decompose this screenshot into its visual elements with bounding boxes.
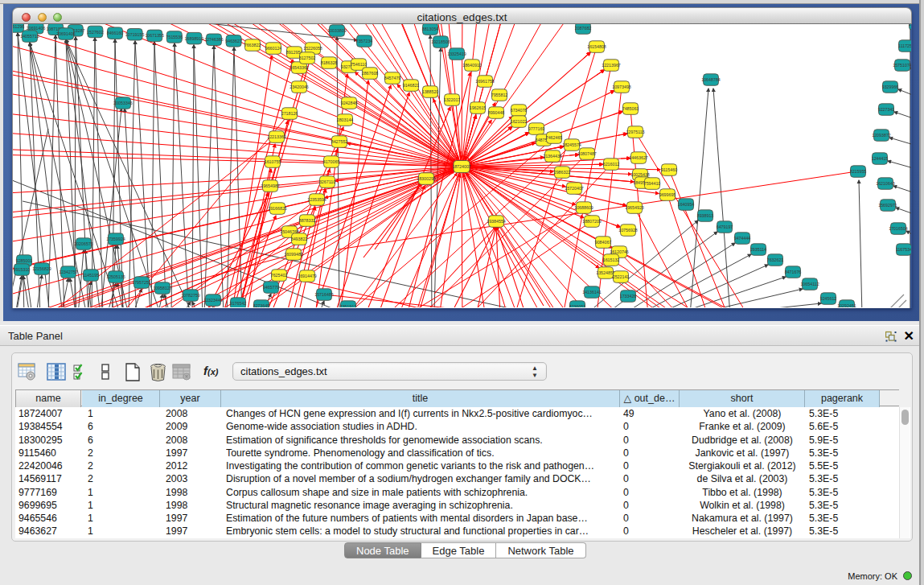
svg-text:8186328: 8186328 <box>321 60 338 65</box>
svg-text:16210643: 16210643 <box>876 181 895 186</box>
svg-text:9660124: 9660124 <box>265 46 282 51</box>
svg-text:6479197: 6479197 <box>717 225 733 229</box>
svg-text:12323446: 12323446 <box>203 298 223 303</box>
svg-text:8813054: 8813054 <box>422 27 439 31</box>
svg-text:8938913: 8938913 <box>697 213 714 218</box>
svg-text:1527602: 1527602 <box>87 30 104 35</box>
svg-text:17957255: 17957255 <box>132 280 151 285</box>
svg-text:16099489: 16099489 <box>284 252 303 257</box>
svg-text:8273645: 8273645 <box>253 303 270 307</box>
svg-text:8466160: 8466160 <box>107 31 124 35</box>
svg-text:15226058: 15226058 <box>303 46 322 51</box>
svg-text:2803144: 2803144 <box>337 117 354 122</box>
svg-text:1610755: 1610755 <box>265 159 281 164</box>
svg-text:7515536: 7515536 <box>166 35 183 39</box>
svg-text:20691406: 20691406 <box>27 26 46 31</box>
svg-text:10654112: 10654112 <box>800 282 819 286</box>
svg-text:12353594: 12353594 <box>307 197 326 202</box>
svg-text:7546110: 7546110 <box>351 62 367 67</box>
svg-text:12342757: 12342757 <box>59 270 78 274</box>
svg-text:9146821: 9146821 <box>403 83 420 88</box>
svg-text:8427552: 8427552 <box>331 139 348 144</box>
svg-text:9465779: 9465779 <box>263 285 280 290</box>
svg-text:15720407: 15720407 <box>565 186 584 191</box>
svg-text:1145195: 1145195 <box>83 273 99 278</box>
svg-text:14136141: 14136141 <box>582 290 602 295</box>
svg-text:12746386: 12746386 <box>204 37 224 42</box>
svg-text:2986322: 2986322 <box>554 170 571 175</box>
svg-text:10973493: 10973493 <box>612 84 631 89</box>
svg-text:2935114: 2935114 <box>750 247 766 252</box>
svg-text:10648784: 10648784 <box>701 77 721 82</box>
svg-text:9463627: 9463627 <box>225 39 242 43</box>
svg-text:9242848: 9242848 <box>341 101 358 105</box>
svg-text:7632621: 7632621 <box>767 257 784 262</box>
svg-text:8215955: 8215955 <box>850 169 867 174</box>
svg-text:16914479: 16914479 <box>298 274 317 278</box>
svg-text:10756928: 10756928 <box>618 228 638 233</box>
svg-text:9329966: 9329966 <box>882 84 899 89</box>
svg-text:12975115: 12975115 <box>626 130 644 134</box>
svg-text:9115460: 9115460 <box>661 167 677 172</box>
svg-text:7625402: 7625402 <box>271 273 288 278</box>
svg-text:7462465: 7462465 <box>546 135 563 140</box>
svg-text:3493822: 3493822 <box>291 237 308 241</box>
svg-text:1640954: 1640954 <box>678 202 695 207</box>
svg-text:8457479: 8457479 <box>384 76 401 80</box>
svg-text:9227341: 9227341 <box>878 107 895 112</box>
svg-text:2522141: 2522141 <box>613 274 630 279</box>
svg-text:19384554: 19384554 <box>487 219 506 224</box>
svg-text:18300295: 18300295 <box>417 176 436 181</box>
svg-text:9084067: 9084067 <box>595 240 612 245</box>
svg-text:6734078: 6734078 <box>511 108 528 113</box>
svg-text:1244415: 1244415 <box>872 156 889 161</box>
svg-text:23420046: 23420046 <box>290 84 309 89</box>
svg-text:10719155: 10719155 <box>125 32 145 37</box>
svg-text:19218506: 19218506 <box>431 39 450 44</box>
svg-text:18640910: 18640910 <box>462 63 482 68</box>
svg-text:10033809: 10033809 <box>327 28 347 33</box>
svg-text:1167534: 1167534 <box>896 247 911 252</box>
svg-text:8990448: 8990448 <box>488 110 505 115</box>
svg-text:10807487: 10807487 <box>577 151 597 156</box>
svg-text:10292451: 10292451 <box>837 303 856 307</box>
svg-text:10025438: 10025438 <box>630 172 650 177</box>
svg-text:12213369: 12213369 <box>267 134 286 139</box>
svg-text:7663822: 7663822 <box>244 43 261 47</box>
svg-text:17359924: 17359924 <box>106 237 125 241</box>
svg-text:9245612: 9245612 <box>820 296 837 301</box>
svg-text:8471676: 8471676 <box>785 270 802 274</box>
svg-text:1615132: 1615132 <box>603 257 620 262</box>
svg-text:18807209: 18807209 <box>582 219 602 224</box>
svg-text:7955812: 7955812 <box>491 93 508 97</box>
svg-text:7485063: 7485063 <box>622 106 639 111</box>
svg-text:9361296: 9361296 <box>13 24 24 29</box>
svg-text:9176542: 9176542 <box>230 301 247 306</box>
svg-text:7351912: 7351912 <box>340 304 357 307</box>
svg-text:8878332: 8878332 <box>299 218 316 223</box>
svg-text:19166825: 19166825 <box>268 206 287 211</box>
svg-text:20053346: 20053346 <box>113 101 133 105</box>
svg-text:1733426: 1733426 <box>620 294 637 299</box>
svg-text:16898910: 16898910 <box>185 36 204 41</box>
svg-text:10782759: 10782759 <box>181 293 200 298</box>
svg-text:3267110: 3267110 <box>319 179 335 184</box>
svg-text:2867608: 2867608 <box>362 71 379 76</box>
svg-text:15716485: 15716485 <box>314 292 334 297</box>
svg-text:8236051: 8236051 <box>569 304 586 307</box>
svg-text:15751074: 15751074 <box>893 63 911 68</box>
svg-text:16154808: 16154808 <box>587 44 606 49</box>
svg-text:20206575: 20206575 <box>74 241 93 246</box>
svg-text:2718126: 2718126 <box>281 111 298 116</box>
svg-text:1117253: 1117253 <box>898 43 911 48</box>
svg-text:1322017: 1322017 <box>444 97 461 102</box>
svg-text:9474444: 9474444 <box>734 236 751 241</box>
svg-text:19654987: 19654987 <box>261 183 280 188</box>
svg-text:3127502: 3127502 <box>299 56 316 60</box>
svg-text:12213967: 12213967 <box>602 63 621 68</box>
svg-text:4170065: 4170065 <box>323 159 340 164</box>
svg-text:2087682: 2087682 <box>575 26 592 31</box>
svg-text:10958127: 10958127 <box>153 286 172 290</box>
svg-text:1962615: 1962615 <box>470 105 487 110</box>
svg-text:17016504: 17016504 <box>889 226 908 231</box>
